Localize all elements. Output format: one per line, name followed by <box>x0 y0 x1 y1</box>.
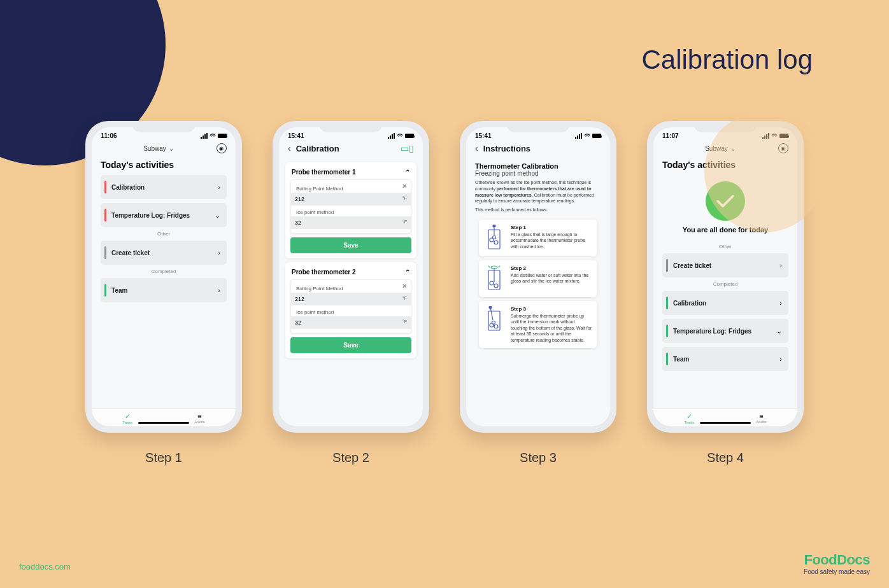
time-label: 11:06 <box>101 132 117 139</box>
chevron-right-icon <box>779 355 782 363</box>
activity-calibration[interactable]: Calibration <box>662 291 788 315</box>
svg-line-15 <box>490 307 493 320</box>
check-icon: ✓ <box>92 412 164 421</box>
close-icon[interactable]: ✕ <box>402 283 407 290</box>
step-caption-3: Step 3 <box>520 451 557 465</box>
activity-team[interactable]: Team <box>101 278 227 302</box>
activities-heading: Today's activities <box>92 157 236 175</box>
glass-probe-icon <box>484 306 504 333</box>
value: 212 <box>295 196 304 202</box>
time-label: 15:41 <box>288 132 304 139</box>
location-selector[interactable]: Subway <box>143 145 174 152</box>
chevron-down-icon <box>215 211 220 220</box>
chevron-right-icon <box>218 286 220 294</box>
activity-label: Temperature Log: Fridges <box>673 328 776 335</box>
footer-brand: FoodDocs Food safety made easy <box>804 552 870 575</box>
method-label: Ice point method <box>296 309 406 315</box>
instruction-step-card: Step 1Fill a glass that is large enough … <box>479 220 597 256</box>
method-label: Boiling Point Method <box>296 186 406 192</box>
footer-url: fooddocs.com <box>19 562 71 571</box>
chevron-down-icon <box>169 145 174 152</box>
svg-point-7 <box>490 281 494 285</box>
back-button[interactable] <box>475 143 478 153</box>
value: 32 <box>295 319 301 326</box>
activity-label: Create ticket <box>111 249 218 256</box>
brand-tagline: Food safety made easy <box>804 568 870 575</box>
save-button[interactable]: Save <box>290 237 411 253</box>
step-title: Step 2 <box>511 265 592 271</box>
svg-point-3 <box>493 235 496 239</box>
chevron-right-icon <box>779 262 782 269</box>
activity-label: Create ticket <box>673 262 779 269</box>
activity-calibration[interactable]: Calibration <box>101 175 227 199</box>
instruction-body: Otherwise known as the ice point method,… <box>475 179 601 204</box>
temperature-input[interactable]: 32°F <box>291 316 411 329</box>
temperature-input[interactable]: 212°F <box>291 193 411 206</box>
probe-group-1: Probe thermometer 1 ✕ Boiling Point Meth… <box>285 162 416 258</box>
back-button[interactable] <box>288 143 291 153</box>
other-section-label: Other <box>97 231 231 237</box>
brand-logo: FoodDocs <box>804 552 870 568</box>
probe-name: Probe thermometer 2 <box>292 269 356 276</box>
step-body: Fill a glass that is large enough to acc… <box>511 232 592 249</box>
clipboard-icon: ≡ <box>164 412 236 420</box>
battery-icon <box>592 134 601 138</box>
screen-title: Instructions <box>483 144 530 153</box>
svg-point-8 <box>494 284 498 288</box>
svg-point-2 <box>494 241 498 244</box>
method-label: Boiling Point Method <box>296 286 406 291</box>
wifi-icon <box>584 134 590 139</box>
home-indicator <box>138 422 189 424</box>
activity-team[interactable]: Team <box>662 347 788 371</box>
time-label: 15:41 <box>475 132 492 139</box>
method-label: Ice point method <box>296 209 406 215</box>
value: 32 <box>295 220 301 226</box>
temperature-input[interactable]: 212°F <box>291 293 411 305</box>
wifi-icon <box>210 134 216 139</box>
chevron-up-icon <box>405 169 410 176</box>
svg-point-5 <box>493 225 495 227</box>
phone-frame-step2: 15:41 Calibration ▭▯ Pr <box>273 121 429 433</box>
activity-create-ticket[interactable]: Create ticket <box>662 253 788 277</box>
step-title: Step 3 <box>511 306 592 312</box>
battery-icon <box>218 134 227 138</box>
activity-create-ticket[interactable]: Create ticket <box>101 241 227 265</box>
phone-frame-step3: 15:41 Instructions Thermometer Calibrati… <box>460 121 616 433</box>
activity-label: Team <box>673 356 779 363</box>
chevron-right-icon <box>218 249 220 256</box>
book-icon[interactable]: ▭▯ <box>401 143 414 153</box>
step-caption-4: Step 4 <box>707 451 744 465</box>
signal-icon <box>201 133 208 139</box>
save-button[interactable]: Save <box>290 337 411 353</box>
chevron-right-icon <box>779 299 782 307</box>
decorative-circle-peach <box>704 111 825 232</box>
step-body: Add distilled water or soft water into t… <box>511 272 592 284</box>
signal-icon <box>575 133 582 139</box>
probe-name: Probe thermometer 1 <box>292 169 356 176</box>
activity-temperature-log[interactable]: Temperature Log: Fridges <box>662 319 788 343</box>
instruction-title: Thermometer Calibration <box>475 162 601 170</box>
activity-label: Temperature Log: Fridges <box>111 212 215 219</box>
time-label: 11:07 <box>662 132 679 139</box>
location-name: Subway <box>143 145 166 152</box>
probe-header[interactable]: Probe thermometer 1 <box>290 167 411 179</box>
temperature-input[interactable]: 32°F <box>291 216 411 229</box>
step-body: Submerge the thermometer probe up until … <box>511 313 592 343</box>
check-icon: ✓ <box>653 412 725 421</box>
close-icon[interactable]: ✕ <box>402 183 407 190</box>
instruction-step-card: Step 2Add distilled water or soft water … <box>479 260 597 297</box>
activity-label: Team <box>111 287 218 294</box>
activity-label: Calibration <box>111 184 218 191</box>
signal-icon <box>388 133 395 139</box>
glass-ice-icon <box>484 225 504 251</box>
activity-label: Calibration <box>673 300 779 307</box>
screen-title: Calibration <box>296 144 339 153</box>
page-title: Calibration log <box>642 45 813 75</box>
other-section-label: Other <box>658 244 792 249</box>
svg-point-14 <box>492 321 495 324</box>
instruction-body: This method is performed as follows: <box>475 207 601 213</box>
profile-icon[interactable]: ◉ <box>217 143 227 153</box>
activity-temperature-log[interactable]: Temperature Log: Fridges <box>101 203 227 227</box>
phone-frame-step1: 11:06 Subway ◉ Today's activities <box>85 121 242 433</box>
probe-header[interactable]: Probe thermometer 2 <box>290 267 411 279</box>
